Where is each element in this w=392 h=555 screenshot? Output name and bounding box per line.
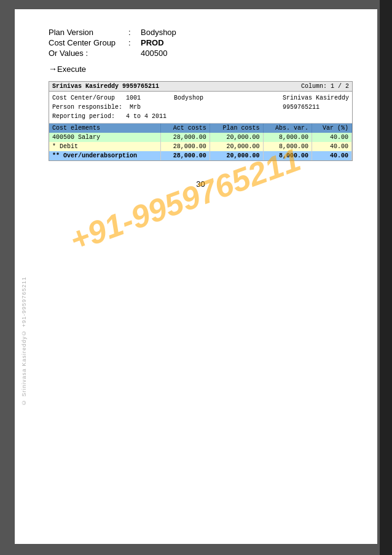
plan-version-value: Bodyshop <box>141 28 176 37</box>
right-edge-bar <box>380 0 392 555</box>
row-var-pct: 40.00 <box>312 142 352 151</box>
cost-center-group-label: Cost Center Group <box>49 38 128 47</box>
cost-center-group-colon: : <box>128 38 141 47</box>
meta-row-plan-version: Plan Version : Bodyshop <box>49 28 353 37</box>
row-plan-costs: 20,000.00 <box>210 151 263 160</box>
watermark-vertical: © Srinivasa Kasireddy© +91-9959765211 <box>21 277 27 406</box>
page-number: 30 <box>49 179 353 189</box>
info-reporting: Reporting period: 4 to 4 2011 <box>52 112 203 121</box>
row-plan-costs: 20,000.00 <box>210 142 263 151</box>
table-row: ** Over/underabsorption 28,000.00 20,000… <box>49 151 352 160</box>
report-container: Srinivas Kasireddy 9959765211 Column: 1 … <box>49 81 353 161</box>
report-info-section: Cost Center/Group 1001 Bodyshop Person r… <box>49 92 352 124</box>
report-header-bar: Srinivas Kasireddy 9959765211 Column: 1 … <box>49 82 352 92</box>
table-header-row: Cost elements Act costs Plan costs Abs. … <box>49 124 352 133</box>
row-act-costs: 28,000.00 <box>161 142 210 151</box>
page: © Srinivasa Kasireddy© +91-9959765211 Pl… <box>15 9 377 544</box>
info-cost-center: Cost Center/Group 1001 Bodyshop <box>52 93 203 103</box>
info-value-reporting: 4 to 4 2011 <box>126 113 167 120</box>
row-abs-var: 8,000.00 <box>263 142 312 151</box>
execute-row: →Execute <box>49 64 353 74</box>
table-row: * Debit 28,000.00 20,000.00 8,000.00 40.… <box>49 142 352 151</box>
info-label-person: Person responsible: <box>52 104 122 111</box>
info-right-line1: Srinivas Kasireddy <box>283 93 349 103</box>
report-info-left: Cost Center/Group 1001 Bodyshop Person r… <box>52 93 203 121</box>
or-values-value: 400500 <box>141 49 167 58</box>
col-plan-costs: Plan costs <box>210 124 263 133</box>
col-act-costs: Act costs <box>161 124 210 133</box>
row-plan-costs: 20,000.00 <box>210 133 263 142</box>
row-abs-var: 8,000.00 <box>263 133 312 142</box>
row-label: ** Over/underabsorption <box>49 151 161 160</box>
col-abs-var: Abs. var. <box>263 124 312 133</box>
info-bodyshop: Bodyshop <box>174 95 203 101</box>
row-act-costs: 28,000.00 <box>161 151 210 160</box>
row-var-pct: 40.00 <box>312 133 352 142</box>
report-header-title: Srinivas Kasireddy 9959765211 <box>52 83 159 90</box>
row-var-pct: 40.00 <box>312 151 352 160</box>
meta-row-cost-center-group: Cost Center Group : PROD <box>49 38 353 47</box>
col-cost-elements: Cost elements <box>49 124 161 133</box>
plan-version-label: Plan Version <box>49 28 128 37</box>
plan-version-colon: : <box>128 28 141 37</box>
row-abs-var: 8,000.00 <box>263 151 312 160</box>
col-var-pct: Var (%) <box>312 124 352 133</box>
report-info-right: Srinivas Kasireddy 9959765211 <box>283 93 349 121</box>
info-value-cc: 1001 <box>126 95 141 101</box>
cost-center-group-value: PROD <box>141 38 164 47</box>
table-row: 400500 Salary 28,000.00 20,000.00 8,000.… <box>49 133 352 142</box>
execute-label[interactable]: Execute <box>57 65 86 74</box>
row-act-costs: 28,000.00 <box>161 133 210 142</box>
info-right-line2: 9959765211 <box>283 103 349 112</box>
report-column-info: Column: 1 / 2 <box>301 83 349 90</box>
row-label: * Debit <box>49 142 161 151</box>
info-label-cc: Cost Center/Group <box>52 95 115 101</box>
or-values-label: Or Values : <box>49 49 128 58</box>
execute-arrow: → <box>49 64 57 74</box>
info-label-reporting: Reporting period: <box>52 113 115 120</box>
row-label: 400500 Salary <box>49 133 161 142</box>
info-person: Person responsible: Mrb <box>52 103 203 112</box>
meta-section: Plan Version : Bodyshop Cost Center Grou… <box>49 28 353 58</box>
info-value-person: Mrb <box>130 104 141 111</box>
meta-row-or-values: Or Values : 400500 <box>49 49 353 58</box>
report-table: Cost elements Act costs Plan costs Abs. … <box>49 124 352 160</box>
